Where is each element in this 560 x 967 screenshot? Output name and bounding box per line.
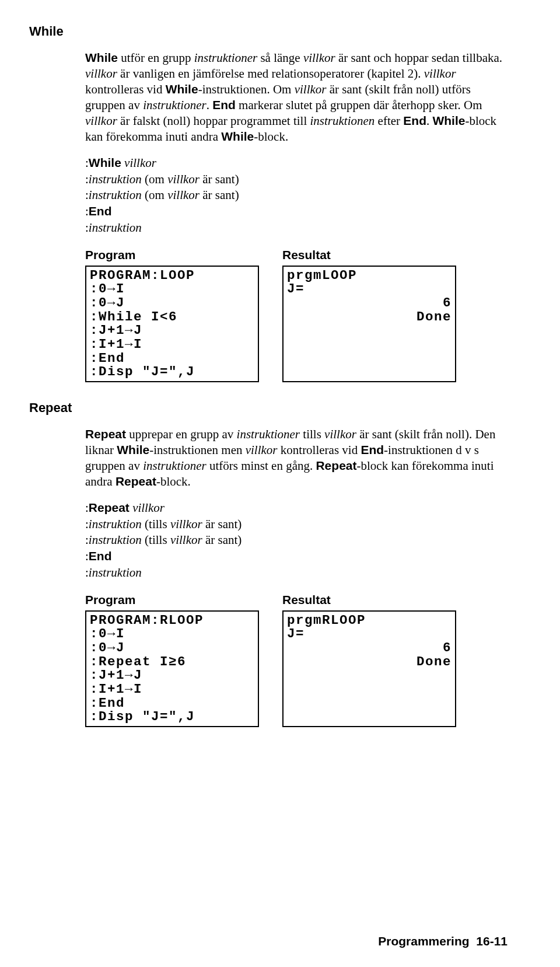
repeat-result-label: Resultat (282, 592, 456, 608)
repeat-syntax-block: :Repeat villkor:instruktion (tills villk… (85, 500, 508, 580)
repeat-program-screen: PROGRAM:RLOOP :0→I :0→J :Repeat I≥6 :J+1… (85, 610, 259, 727)
repeat-result-screen: prgmRLOOPJ=6Done (282, 610, 456, 727)
footer-page: 16-11 (476, 934, 508, 948)
repeat-description: Repeat upprepar en grupp av instruktione… (85, 427, 508, 490)
while-result-label: Resultat (282, 247, 456, 263)
repeat-example-columns: Program PROGRAM:RLOOP :0→I :0→J :Repeat … (85, 592, 508, 727)
page-footer: Programmering 16-11 (378, 934, 508, 949)
while-heading: While (29, 23, 508, 40)
while-example-columns: Program PROGRAM:LOOP :0→I :0→J :While I<… (85, 247, 508, 382)
while-program-label: Program (85, 247, 259, 263)
repeat-program-label: Program (85, 592, 259, 608)
footer-chapter: Programmering (378, 934, 469, 948)
while-description: While utför en grupp instruktioner så lä… (85, 50, 508, 144)
while-result-screen: prgmLOOPJ=6Done (282, 266, 456, 382)
repeat-heading: Repeat (29, 400, 508, 416)
while-program-screen: PROGRAM:LOOP :0→I :0→J :While I<6 :J+1→J… (85, 266, 259, 382)
while-syntax-block: :While villkor:instruktion (om villkor ä… (85, 155, 508, 235)
